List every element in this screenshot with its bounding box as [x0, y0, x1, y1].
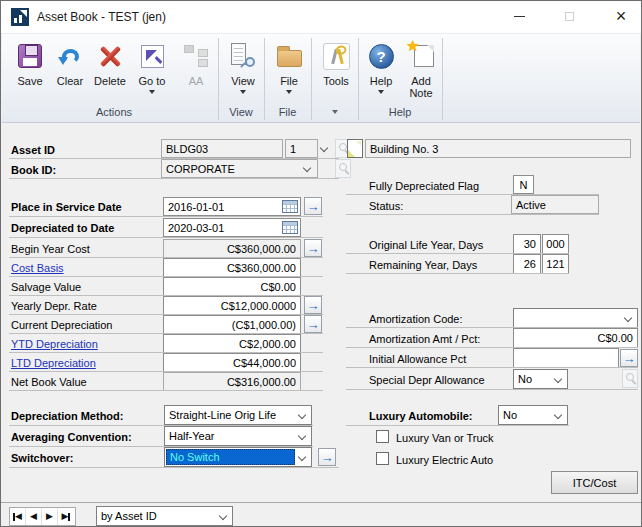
star-icon: ★: [406, 37, 419, 55]
book-id-field[interactable]: CORPORATE: [161, 159, 318, 178]
chevron-down-icon: [554, 411, 562, 419]
averaging-convention-label: Averaging Convention:: [11, 431, 132, 443]
special-depr-allowance-label: Special Depr Allowance: [369, 374, 485, 386]
amortization-code-dropdown[interactable]: [513, 308, 638, 328]
special-depr-lookup-icon: [622, 369, 638, 388]
chevron-down-icon: [298, 453, 306, 461]
yearly-depr-rate-field[interactable]: C$12,000.0000: [163, 296, 301, 315]
row-divider: [9, 237, 323, 238]
net-book-value-field: C$316,000.00: [163, 372, 301, 391]
averaging-convention-dropdown[interactable]: Half-Year: [164, 426, 312, 446]
row-divider: [346, 389, 638, 390]
maximize-icon: [565, 12, 574, 21]
itc-cost-button[interactable]: ITC/Cost: [551, 471, 638, 494]
begin-year-cost-expand-button[interactable]: →: [304, 239, 322, 257]
luxury-automobile-label: Luxury Automobile:: [369, 410, 472, 422]
depreciation-method-dropdown[interactable]: Straight-Line Orig Life: [164, 405, 312, 425]
app-icon: [11, 8, 29, 26]
current-depreciation-field[interactable]: (C$1,000.00): [163, 315, 301, 334]
luxury-electric-checkbox[interactable]: [376, 452, 389, 465]
maximize-button: [551, 1, 587, 32]
window-title: Asset Book - TEST (jen): [37, 10, 166, 24]
luxury-automobile-dropdown[interactable]: No: [498, 405, 568, 425]
switchover-dropdown[interactable]: No Switch: [164, 447, 312, 467]
ltd-depreciation-field[interactable]: C$44,000.00: [163, 353, 301, 372]
close-icon: ×: [616, 6, 627, 27]
expansion-arrow-icon: →: [623, 352, 636, 365]
yearly-depr-rate-expand-button[interactable]: →: [304, 296, 322, 314]
view-button[interactable]: View: [222, 38, 264, 104]
remaining-life-label: Remaining Year, Days: [369, 259, 477, 271]
group-label-help: Help: [358, 106, 442, 118]
original-life-days-field[interactable]: 000: [542, 234, 569, 254]
remaining-life-days-field[interactable]: 121: [542, 254, 569, 274]
luxury-van-checkbox[interactable]: [376, 430, 389, 443]
first-record-button[interactable]: ◀: [10, 508, 26, 525]
luxury-electric-label: Luxury Electric Auto: [396, 454, 493, 466]
calendar-icon[interactable]: [282, 221, 298, 234]
minimize-button[interactable]: [501, 1, 537, 32]
salvage-value-field[interactable]: C$0.00: [163, 277, 301, 296]
add-note-button[interactable]: ★ Add Note: [400, 38, 442, 104]
last-record-button[interactable]: ▶: [58, 508, 74, 525]
ltd-depreciation-link[interactable]: LTD Depreciation: [11, 357, 96, 369]
delete-button[interactable]: Delete: [90, 38, 130, 104]
goto-button[interactable]: Go to: [130, 38, 174, 104]
chevron-down-icon: [219, 512, 227, 520]
note-attachment-icon[interactable]: [347, 139, 363, 158]
cost-basis-field[interactable]: C$360,000.00: [163, 258, 301, 277]
net-book-value-label: Net Book Value: [11, 376, 87, 388]
asset-id-field[interactable]: BLDG03: [161, 139, 283, 158]
save-button[interactable]: Save: [10, 38, 50, 104]
original-life-years-field[interactable]: 30: [513, 234, 541, 254]
calendar-icon[interactable]: [282, 200, 298, 213]
amortization-amt-field[interactable]: C$0.00: [513, 328, 638, 348]
org-chart-icon: [184, 45, 208, 67]
begin-year-cost-label: Begin Year Cost: [11, 243, 90, 255]
place-in-service-field[interactable]: 2016-01-01: [163, 197, 301, 216]
clear-button[interactable]: Clear: [50, 38, 90, 104]
next-record-icon: ▶: [46, 512, 53, 521]
cost-basis-link[interactable]: Cost Basis: [11, 262, 64, 274]
expansion-arrow-icon: →: [307, 200, 320, 213]
file-button[interactable]: File: [268, 38, 310, 104]
switchover-label: Switchover:: [11, 452, 73, 464]
fully-depreciated-flag-field: N: [513, 175, 534, 194]
previous-record-button[interactable]: ◀: [26, 508, 42, 525]
expansion-arrow-icon: →: [307, 318, 320, 331]
close-button[interactable]: ×: [601, 1, 641, 32]
first-record-icon: ◀: [15, 512, 22, 521]
group-label-view: View: [218, 106, 264, 118]
initial-allowance-field[interactable]: [513, 348, 619, 368]
remaining-life-years-field[interactable]: 26: [513, 254, 541, 274]
dropdown-caret-icon: [332, 110, 338, 117]
initial-allowance-expand-button[interactable]: →: [620, 349, 638, 367]
asset-suffix-field[interactable]: 1: [285, 139, 318, 158]
group-label-actions: Actions: [10, 106, 218, 118]
ytd-depreciation-field[interactable]: C$2,000.00: [163, 334, 301, 353]
asset-book-window: Asset Book - TEST (jen) × Save Clear Del…: [0, 0, 642, 527]
depreciated-to-field[interactable]: 2020-03-01: [163, 218, 301, 237]
dropdown-caret-icon: [240, 90, 246, 97]
help-button[interactable]: ? Help: [362, 38, 400, 104]
chevron-down-icon: [298, 432, 306, 440]
sort-by-dropdown[interactable]: by Asset ID: [96, 506, 233, 526]
switchover-expand-button[interactable]: →: [318, 448, 336, 466]
group-caret-tools[interactable]: [311, 106, 358, 118]
group-label-file: File: [264, 106, 311, 118]
current-depreciation-expand-button[interactable]: →: [304, 315, 322, 333]
tools-button[interactable]: Tools: [314, 38, 358, 104]
special-depr-allowance-dropdown[interactable]: No: [513, 369, 568, 389]
row-divider: [346, 425, 569, 426]
asset-id-dropdown-icon[interactable]: [320, 144, 328, 152]
next-record-button[interactable]: ▶: [42, 508, 58, 525]
amortization-amt-label: Amortization Amt / Pct:: [369, 333, 480, 345]
row-divider: [9, 216, 323, 217]
ytd-depreciation-link[interactable]: YTD Depreciation: [11, 338, 98, 350]
record-navigation: ◀ ◀ ▶ ▶: [9, 507, 76, 526]
selected-option-highlight: No Switch: [166, 449, 295, 465]
tools-icon: [323, 43, 350, 70]
fully-depreciated-flag-label: Fully Depreciated Flag: [369, 180, 479, 192]
begin-year-cost-field: C$360,000.00: [163, 239, 301, 258]
place-in-service-expand-button[interactable]: →: [304, 197, 322, 215]
